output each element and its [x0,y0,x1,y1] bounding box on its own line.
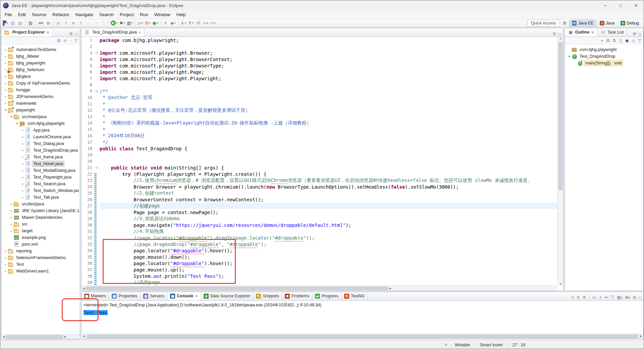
expand-arrow-icon[interactable]: ▸ [3,48,8,51]
code-line-32[interactable]: 32 //page.locator("#draggable").dragTo(p… [82,235,557,241]
scroll-thumb[interactable] [6,335,63,339]
perspective-java-ee[interactable]: EEJava EE [569,20,596,27]
close-icon[interactable]: ✕ [47,31,49,34]
disconnect-button[interactable]: ↯ [77,20,84,27]
menu-edit[interactable]: Edit [15,11,29,18]
collapse-arrow-icon[interactable]: ▾ [567,55,572,58]
hide-static-members-icon[interactable]: ◼ [625,38,630,43]
external-tools-button[interactable]: ◈▾ [170,20,176,27]
expand-arrow-icon[interactable]: ▸ [3,75,8,78]
scroll-thumb[interactable] [87,335,638,338]
tab-properties[interactable]: ▤Properties [109,292,141,300]
expand-arrow-icon[interactable]: ▸ [3,61,8,65]
code-line-11[interactable]: 11 * [82,101,557,107]
expand-arrow-icon[interactable]: ▸ [9,216,14,219]
tree-item-jdframeworkdemo[interactable]: ▸JDFrameworkDemo [1,93,80,100]
code-line-16[interactable]: 16 * 2024年10月08日 [82,133,557,139]
code-line-31[interactable]: 31 //4.开始拖拽 [82,228,557,235]
tree-item-playwright[interactable]: ▾playwright [1,107,80,113]
tree-item-bjhg-playwright[interactable]: ▸bjhg_playwright [1,60,80,66]
perspective-debug[interactable]: DDebug [618,20,642,27]
scroll-right-icon[interactable]: ▶ [388,287,393,290]
code-line-23[interactable]: 23 //1.使用chromium浏览器，# 浏览器配置，设置以GUI模式启动C… [82,177,557,184]
tree-item-com-bjhg-playwright[interactable]: ▾com.bjhg.playwright [1,120,80,127]
tab-console[interactable]: ▣Console✕ [167,292,201,300]
code-line-12[interactable]: 12 * @公众号:北京宏哥（微信搜索，关注宏哥，提前解锁更多测试干货） [82,107,557,113]
code-line-13[interactable]: 13 * [82,113,557,120]
editor-hscrollbar[interactable]: ◀ ▶ [82,286,557,291]
tree-item-webdriverlearn1[interactable]: ▸WebDriverLearn1 [1,268,80,275]
scroll-up-icon[interactable]: ▲ [558,37,563,40]
code-line-6[interactable]: 6import com.microsoft.playwright.Page; [82,69,557,75]
code-line-33[interactable]: 33 //page.dragAndDrop("#draggable", "#dr… [82,241,557,247]
save-button[interactable]: ▦ [9,20,16,27]
expand-arrow-icon[interactable]: ▸ [3,95,8,98]
tree-item-example-png[interactable]: example.png [1,234,80,241]
collapse-all-icon[interactable]: ⊟ [56,38,61,43]
focus-icon[interactable]: ◦ [69,38,72,43]
menu-search[interactable]: Search [96,11,117,18]
word-wrap-icon[interactable]: ↩ [604,295,609,300]
scroll-right-icon[interactable]: ▶ [639,335,643,338]
expand-arrow-icon[interactable]: ▸ [3,249,8,253]
tab-testng[interactable]: NTestNG [341,292,368,300]
link-with-editor-icon[interactable]: ⇄ [62,38,68,43]
scroll-thumb[interactable] [86,287,388,290]
run-button[interactable]: ▶▾ [110,20,118,27]
view-menu-icon[interactable]: ▽ [73,38,78,43]
tab-data-source-explorer[interactable]: ≣Data Source Explorer [201,292,254,300]
close-button[interactable]: ✕ [628,0,644,10]
tab-problems[interactable]: ✖Problems [282,292,312,300]
expand-arrow-icon[interactable]: ▸ [3,82,8,85]
expand-arrow-icon[interactable]: ▸ [3,269,8,273]
step-into-button[interactable]: ⇣ [85,20,92,27]
tree-item-src-main-java[interactable]: ▾src/main/java [1,113,80,120]
tree-item-bjhgtest[interactable]: ▸bjhgtest [1,73,80,80]
hide-non-public-icon[interactable]: ◇ [631,38,636,43]
remove-all-launches-icon[interactable]: ※ [582,295,587,300]
scroll-left-icon[interactable]: ◀ [82,287,86,290]
last-edit-location-button[interactable]: ⟲ [195,20,202,27]
focus-icon[interactable]: ⌖ [600,38,604,43]
hide-fields-icon[interactable]: ◻ [618,38,624,43]
binary-literals-button[interactable]: 010 [38,20,44,27]
tree-item-test-hover-java[interactable]: ▸Test_Hover.java [1,160,80,167]
tab-markers[interactable]: ▦Markers [82,292,109,300]
tree-item-test-search-java[interactable]: ▸Test_Search.java [1,181,80,187]
expand-arrow-icon[interactable]: ▸ [20,189,25,192]
new-package-button[interactable]: ⊞▾ [144,20,151,27]
maximize-icon[interactable]: □ [74,31,78,37]
code-line-1[interactable]: 1package com.bjhg.playwright; [82,37,557,43]
stop-button[interactable]: ■ [70,20,77,27]
menu-file[interactable]: File [2,11,15,18]
close-icon[interactable]: ✕ [195,294,198,298]
tree-item-src-test-java[interactable]: ▸src/test/java [1,201,80,207]
tree-item-test-dialog-java[interactable]: ▸Test_Dialog.java [1,140,80,147]
print-button[interactable]: ▤ [27,20,34,27]
tree-item-automationtestdemo[interactable]: ▸AutomationTestDemo [1,46,80,53]
code-line-15[interactable]: 15 * [82,126,557,133]
code-line-20[interactable]: 20 [82,158,557,164]
tab-outline[interactable]: ▤Outline✕ [565,28,597,37]
open-console-icon[interactable]: ⊞▾ [624,295,631,300]
expand-arrow-icon[interactable]: ▸ [3,256,8,259]
code-line-4[interactable]: 4import com.microsoft.playwright.Browser… [82,56,557,62]
minimize-button[interactable]: ─ [597,0,613,10]
code-line-22[interactable]: 22 try (Playwright playwright = Playwrig… [82,171,557,177]
pin-console-icon[interactable]: ⊤ [610,295,615,300]
minimize-icon[interactable]: ⊟ [632,31,637,37]
quick-access-button[interactable]: Quick Access [527,20,560,27]
tree-item-com-bjhg-playwright[interactable]: com.bjhg.playwright [565,46,643,53]
console-output-selection[interactable]: Test Pass [84,310,108,315]
menu-help[interactable]: Help [173,11,189,18]
tree-item-test-modaldialog-java[interactable]: ▸Test_ModalDialog.java [1,167,80,174]
collapse-all-icon[interactable]: ⊟ [605,38,610,43]
close-icon[interactable]: ✕ [591,31,594,34]
expand-arrow-icon[interactable]: ▸ [3,263,8,266]
tree-item-test-tab-java[interactable]: ▸Test_Tab.java [1,194,80,201]
tree-item-test-draganddrop[interactable]: ▾Test_DragAndDrop [565,53,643,60]
tab-progress[interactable]: ▰Progress [312,292,341,300]
menu-source[interactable]: Source [29,11,49,18]
new-class-button[interactable]: ◉▾ [152,20,158,27]
view-menu-icon[interactable]: ▽ [637,38,642,43]
